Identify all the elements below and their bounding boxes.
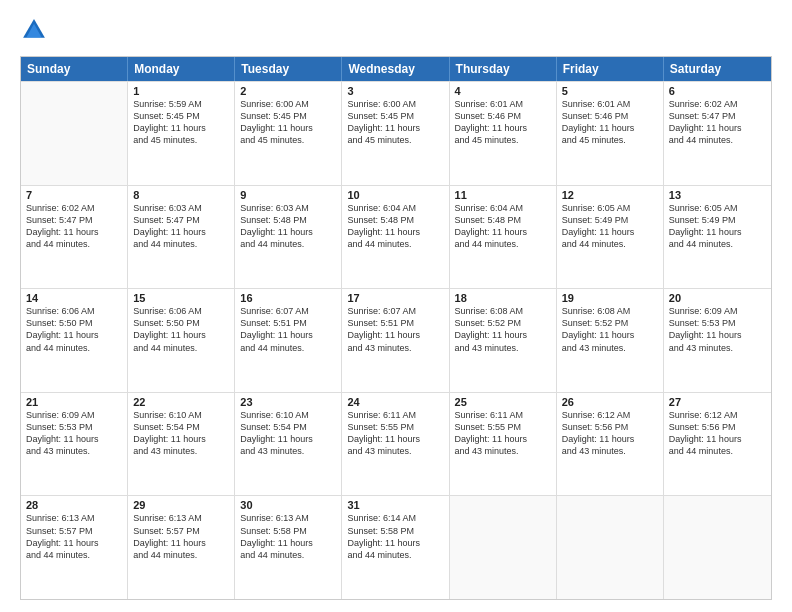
- day-number: 28: [26, 499, 122, 511]
- calendar-cell: 16Sunrise: 6:07 AMSunset: 5:51 PMDayligh…: [235, 289, 342, 392]
- cell-info: Daylight: 11 hours: [669, 122, 766, 134]
- cell-info: Sunrise: 6:02 AM: [669, 98, 766, 110]
- cell-info: Sunrise: 6:01 AM: [455, 98, 551, 110]
- cell-info: Sunrise: 6:06 AM: [133, 305, 229, 317]
- cell-info: and 44 minutes.: [347, 549, 443, 561]
- logo: [20, 16, 52, 46]
- calendar-row: 7Sunrise: 6:02 AMSunset: 5:47 PMDaylight…: [21, 185, 771, 289]
- day-number: 6: [669, 85, 766, 97]
- cell-info: Sunrise: 6:00 AM: [240, 98, 336, 110]
- day-number: 26: [562, 396, 658, 408]
- calendar-cell: 12Sunrise: 6:05 AMSunset: 5:49 PMDayligh…: [557, 186, 664, 289]
- cell-info: Daylight: 11 hours: [347, 329, 443, 341]
- day-number: 10: [347, 189, 443, 201]
- calendar-row: 21Sunrise: 6:09 AMSunset: 5:53 PMDayligh…: [21, 392, 771, 496]
- cell-info: Sunset: 5:51 PM: [240, 317, 336, 329]
- cell-info: Sunrise: 6:04 AM: [347, 202, 443, 214]
- cell-info: Sunrise: 6:11 AM: [455, 409, 551, 421]
- day-number: 9: [240, 189, 336, 201]
- calendar-cell: 26Sunrise: 6:12 AMSunset: 5:56 PMDayligh…: [557, 393, 664, 496]
- calendar-cell: 18Sunrise: 6:08 AMSunset: 5:52 PMDayligh…: [450, 289, 557, 392]
- cell-info: Sunset: 5:52 PM: [455, 317, 551, 329]
- page: SundayMondayTuesdayWednesdayThursdayFrid…: [0, 0, 792, 612]
- calendar-cell: 15Sunrise: 6:06 AMSunset: 5:50 PMDayligh…: [128, 289, 235, 392]
- cell-info: Sunset: 5:51 PM: [347, 317, 443, 329]
- cell-info: Daylight: 11 hours: [240, 329, 336, 341]
- day-number: 2: [240, 85, 336, 97]
- day-number: 13: [669, 189, 766, 201]
- calendar-cell: [557, 496, 664, 599]
- cell-info: Sunset: 5:48 PM: [347, 214, 443, 226]
- cell-info: Sunrise: 6:08 AM: [562, 305, 658, 317]
- calendar-header-cell: Tuesday: [235, 57, 342, 81]
- cell-info: and 43 minutes.: [562, 445, 658, 457]
- calendar-cell: 21Sunrise: 6:09 AMSunset: 5:53 PMDayligh…: [21, 393, 128, 496]
- day-number: 21: [26, 396, 122, 408]
- cell-info: and 43 minutes.: [133, 445, 229, 457]
- day-number: 30: [240, 499, 336, 511]
- cell-info: Daylight: 11 hours: [347, 122, 443, 134]
- calendar-cell: [664, 496, 771, 599]
- cell-info: Daylight: 11 hours: [26, 433, 122, 445]
- cell-info: and 45 minutes.: [455, 134, 551, 146]
- calendar-cell: 27Sunrise: 6:12 AMSunset: 5:56 PMDayligh…: [664, 393, 771, 496]
- cell-info: and 44 minutes.: [26, 549, 122, 561]
- calendar-header-cell: Saturday: [664, 57, 771, 81]
- cell-info: Sunrise: 6:04 AM: [455, 202, 551, 214]
- cell-info: Daylight: 11 hours: [347, 537, 443, 549]
- cell-info: Sunrise: 6:02 AM: [26, 202, 122, 214]
- cell-info: Daylight: 11 hours: [562, 433, 658, 445]
- cell-info: Sunrise: 6:13 AM: [240, 512, 336, 524]
- day-number: 19: [562, 292, 658, 304]
- calendar-cell: 3Sunrise: 6:00 AMSunset: 5:45 PMDaylight…: [342, 82, 449, 185]
- cell-info: Sunrise: 6:01 AM: [562, 98, 658, 110]
- cell-info: Daylight: 11 hours: [240, 537, 336, 549]
- calendar: SundayMondayTuesdayWednesdayThursdayFrid…: [20, 56, 772, 600]
- calendar-cell: 13Sunrise: 6:05 AMSunset: 5:49 PMDayligh…: [664, 186, 771, 289]
- day-number: 15: [133, 292, 229, 304]
- cell-info: and 43 minutes.: [669, 342, 766, 354]
- cell-info: Sunrise: 6:07 AM: [347, 305, 443, 317]
- cell-info: Sunset: 5:50 PM: [26, 317, 122, 329]
- calendar-cell: 29Sunrise: 6:13 AMSunset: 5:57 PMDayligh…: [128, 496, 235, 599]
- calendar-cell: 10Sunrise: 6:04 AMSunset: 5:48 PMDayligh…: [342, 186, 449, 289]
- day-number: 29: [133, 499, 229, 511]
- cell-info: and 44 minutes.: [133, 549, 229, 561]
- calendar-cell: 6Sunrise: 6:02 AMSunset: 5:47 PMDaylight…: [664, 82, 771, 185]
- cell-info: Sunrise: 6:13 AM: [133, 512, 229, 524]
- calendar-cell: 4Sunrise: 6:01 AMSunset: 5:46 PMDaylight…: [450, 82, 557, 185]
- cell-info: and 44 minutes.: [240, 549, 336, 561]
- calendar-header-cell: Thursday: [450, 57, 557, 81]
- day-number: 16: [240, 292, 336, 304]
- cell-info: Sunrise: 6:09 AM: [669, 305, 766, 317]
- calendar-header-cell: Wednesday: [342, 57, 449, 81]
- cell-info: Daylight: 11 hours: [562, 226, 658, 238]
- cell-info: and 44 minutes.: [347, 238, 443, 250]
- calendar-cell: 23Sunrise: 6:10 AMSunset: 5:54 PMDayligh…: [235, 393, 342, 496]
- day-number: 1: [133, 85, 229, 97]
- cell-info: Daylight: 11 hours: [347, 433, 443, 445]
- cell-info: and 44 minutes.: [26, 238, 122, 250]
- cell-info: and 43 minutes.: [240, 445, 336, 457]
- cell-info: Daylight: 11 hours: [133, 537, 229, 549]
- cell-info: Sunrise: 6:05 AM: [562, 202, 658, 214]
- calendar-cell: 20Sunrise: 6:09 AMSunset: 5:53 PMDayligh…: [664, 289, 771, 392]
- cell-info: and 44 minutes.: [669, 134, 766, 146]
- cell-info: Daylight: 11 hours: [240, 122, 336, 134]
- cell-info: Sunrise: 6:11 AM: [347, 409, 443, 421]
- cell-info: Sunset: 5:56 PM: [669, 421, 766, 433]
- calendar-header-cell: Monday: [128, 57, 235, 81]
- cell-info: Daylight: 11 hours: [455, 329, 551, 341]
- cell-info: and 45 minutes.: [347, 134, 443, 146]
- cell-info: Sunrise: 6:10 AM: [133, 409, 229, 421]
- calendar-cell: 31Sunrise: 6:14 AMSunset: 5:58 PMDayligh…: [342, 496, 449, 599]
- cell-info: Sunset: 5:50 PM: [133, 317, 229, 329]
- day-number: 8: [133, 189, 229, 201]
- calendar-cell: 2Sunrise: 6:00 AMSunset: 5:45 PMDaylight…: [235, 82, 342, 185]
- cell-info: and 44 minutes.: [133, 342, 229, 354]
- cell-info: Daylight: 11 hours: [562, 122, 658, 134]
- calendar-cell: 8Sunrise: 6:03 AMSunset: 5:47 PMDaylight…: [128, 186, 235, 289]
- cell-info: Sunset: 5:45 PM: [240, 110, 336, 122]
- calendar-cell: 5Sunrise: 6:01 AMSunset: 5:46 PMDaylight…: [557, 82, 664, 185]
- cell-info: Sunrise: 6:03 AM: [133, 202, 229, 214]
